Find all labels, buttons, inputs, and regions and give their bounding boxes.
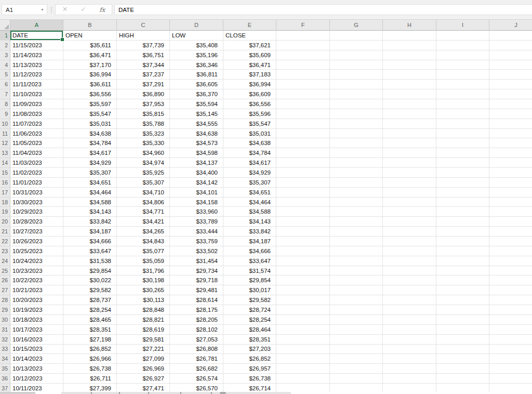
cell-F21[interactable]	[276, 227, 330, 237]
cell-H14[interactable]	[383, 158, 436, 168]
column-header-A[interactable]: A	[10, 20, 63, 30]
cell-A29[interactable]: 10/19/2023	[10, 305, 63, 315]
cell-E17[interactable]: $34,651	[223, 188, 276, 198]
cell-J33[interactable]	[489, 345, 532, 354]
cell-C33[interactable]: $27,221	[117, 345, 170, 354]
cell-C21[interactable]: $34,265	[117, 227, 170, 237]
cell-E23[interactable]: $34,666	[223, 246, 276, 256]
row-header-36[interactable]: 36	[0, 374, 10, 384]
cell-D17[interactable]: $34,101	[170, 188, 223, 198]
cell-E6[interactable]: $36,994	[223, 80, 276, 89]
cell-G6[interactable]	[330, 80, 383, 89]
cell-C28[interactable]: $30,113	[117, 295, 170, 305]
cell-D20[interactable]: $33,789	[170, 217, 223, 227]
cell-D16[interactable]: $34,142	[170, 178, 223, 188]
row-header-34[interactable]: 34	[0, 354, 10, 364]
cell-D29[interactable]: $28,175	[170, 305, 223, 315]
cell-E4[interactable]: $36,471	[223, 60, 276, 70]
cell-G36[interactable]	[330, 374, 383, 384]
cell-I11[interactable]	[436, 129, 489, 139]
cell-J5[interactable]	[489, 70, 532, 80]
cell-A2[interactable]: 11/15/2023	[10, 41, 63, 50]
row-header-22[interactable]: 22	[0, 237, 10, 246]
cell-J21[interactable]	[489, 227, 532, 237]
cell-D9[interactable]: $35,145	[170, 109, 223, 119]
cell-E31[interactable]: $28,464	[223, 325, 276, 335]
cell-F5[interactable]	[276, 70, 330, 80]
cell-A19[interactable]: 10/29/2023	[10, 207, 63, 217]
cell-F32[interactable]	[276, 335, 330, 345]
cell-G31[interactable]	[330, 325, 383, 335]
cell-F15[interactable]	[276, 168, 330, 178]
cell-A12[interactable]: 11/05/2023	[10, 138, 63, 148]
cell-B36[interactable]: $26,711	[63, 374, 117, 384]
cell-C11[interactable]: $35,323	[117, 129, 170, 139]
cell-D31[interactable]: $28,102	[170, 325, 223, 335]
cell-F3[interactable]	[276, 50, 330, 60]
row-header-19[interactable]: 19	[0, 207, 10, 217]
cell-E3[interactable]: $35,609	[223, 50, 276, 60]
cell-J24[interactable]	[489, 256, 532, 266]
cell-E2[interactable]: $37,621	[223, 41, 276, 50]
cell-F22[interactable]	[276, 237, 330, 246]
cell-J29[interactable]	[489, 305, 532, 315]
column-header-J[interactable]: J	[489, 20, 532, 30]
cell-I27[interactable]	[436, 285, 489, 295]
cell-A25[interactable]: 10/23/2023	[10, 266, 63, 276]
cell-J27[interactable]	[489, 285, 532, 295]
cell-C24[interactable]: $35,059	[117, 256, 170, 266]
cell-G28[interactable]	[330, 295, 383, 305]
cell-D27[interactable]: $29,481	[170, 285, 223, 295]
cell-G8[interactable]	[330, 99, 383, 109]
row-header-26[interactable]: 26	[0, 275, 10, 285]
cell-G11[interactable]	[330, 129, 383, 139]
cell-D28[interactable]: $28,614	[170, 295, 223, 305]
cell-A21[interactable]: 10/27/2023	[10, 227, 63, 237]
cell-J32[interactable]	[489, 335, 532, 345]
cell-B30[interactable]: $28,465	[63, 315, 117, 325]
cell-I18[interactable]	[436, 198, 489, 207]
cell-G21[interactable]	[330, 227, 383, 237]
cell-I30[interactable]	[436, 315, 489, 325]
cell-J17[interactable]	[489, 188, 532, 198]
cell-B19[interactable]: $34,143	[63, 207, 117, 217]
cell-G14[interactable]	[330, 158, 383, 168]
cell-D22[interactable]: $33,759	[170, 237, 223, 246]
cell-D33[interactable]: $26,808	[170, 345, 223, 354]
cell-I25[interactable]	[436, 266, 489, 276]
cell-H26[interactable]	[383, 275, 436, 285]
cell-J35[interactable]	[489, 364, 532, 374]
cell-J11[interactable]	[489, 129, 532, 139]
cell-B1[interactable]: OPEN	[63, 31, 117, 41]
cell-E30[interactable]: $28,254	[223, 315, 276, 325]
cell-A14[interactable]: 11/03/2023	[10, 158, 63, 168]
cell-C17[interactable]: $34,710	[117, 188, 170, 198]
cell-E1[interactable]: CLOSE	[223, 31, 276, 41]
cell-C3[interactable]: $36,751	[117, 50, 170, 60]
cell-H32[interactable]	[383, 335, 436, 345]
cell-H5[interactable]	[383, 70, 436, 80]
row-header-10[interactable]: 10	[0, 119, 10, 129]
cell-B29[interactable]: $28,254	[63, 305, 117, 315]
cell-J26[interactable]	[489, 275, 532, 285]
cell-G16[interactable]	[330, 178, 383, 188]
cell-H6[interactable]	[383, 80, 436, 89]
cell-B11[interactable]: $34,638	[63, 129, 117, 139]
cell-H35[interactable]	[383, 364, 436, 374]
cell-B28[interactable]: $28,737	[63, 295, 117, 305]
cell-C15[interactable]: $35,925	[117, 168, 170, 178]
row-header-8[interactable]: 8	[0, 99, 10, 109]
row-header-21[interactable]: 21	[0, 227, 10, 237]
cell-C2[interactable]: $37,739	[117, 41, 170, 50]
cell-D26[interactable]: $29,718	[170, 275, 223, 285]
cell-G33[interactable]	[330, 345, 383, 354]
cell-I20[interactable]	[436, 217, 489, 227]
row-header-16[interactable]: 16	[0, 178, 10, 188]
cell-F10[interactable]	[276, 119, 330, 129]
cell-A15[interactable]: 11/02/2023	[10, 168, 63, 178]
cell-F1[interactable]	[276, 31, 330, 41]
row-header-24[interactable]: 24	[0, 256, 10, 266]
cell-H3[interactable]	[383, 50, 436, 60]
cell-B4[interactable]: $37,170	[63, 60, 117, 70]
cell-H24[interactable]	[383, 256, 436, 266]
